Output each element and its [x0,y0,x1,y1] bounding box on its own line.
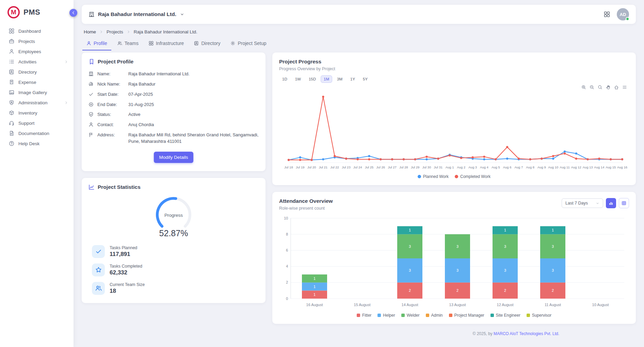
selection-zoom-icon[interactable] [598,85,602,90]
card-title: Project Profile [98,59,133,65]
legend-supervisor[interactable]: Supervisor [527,313,551,318]
svg-text:3: 3 [456,268,458,272]
field-label: Nick Name: [97,81,125,88]
legend-planned-work[interactable]: Planned Work [418,174,449,179]
legend-project-manager[interactable]: Project Manager [449,313,484,318]
card-title-row: Project Profile [88,59,259,65]
range-1m-button[interactable]: 1M [321,75,332,83]
card-title: Attendance Overview [279,198,333,204]
legend-helper[interactable]: Helper [377,313,395,318]
reset-zoom-icon[interactable] [614,85,619,90]
legend-label: Completed Work [460,174,490,179]
zoom-in-icon[interactable] [581,85,586,90]
svg-text:1: 1 [313,285,316,289]
svg-text:Aug 10: Aug 10 [548,165,558,169]
svg-text:Jul 18: Jul 18 [284,165,293,169]
chevron-down-icon [596,201,599,205]
zoom-out-icon[interactable] [590,85,594,90]
address-book-icon [9,69,14,75]
footer: © 2025, by MARCO AIoT Technologies Pvt. … [272,331,636,336]
sidebar-item-label: Help Desk [18,141,39,146]
svg-text:Jul 29: Jul 29 [411,165,419,169]
sidebar-item-image-gallery[interactable]: Image Gallery [0,87,74,97]
breadcrumb-item-projects[interactable]: Projects [107,29,123,34]
card-subtitle: Progress Overview by Project [279,66,629,71]
sidebar-item-expense[interactable]: Expense [0,77,74,87]
svg-text:Jul 19: Jul 19 [296,165,304,169]
svg-text:4: 4 [286,264,288,268]
svg-text:3: 3 [456,244,458,248]
range-5y-button[interactable]: 5Y [360,75,371,83]
svg-text:Progress: Progress [164,213,183,218]
tab-directory[interactable]: Directory [190,37,224,50]
bookmark-icon [88,59,95,65]
sidebar-item-label: Dashboard [18,29,41,34]
sidebar-item-employees[interactable]: Employees [0,46,74,57]
sidebar-item-directory[interactable]: Directory [0,67,74,77]
company-selector[interactable]: Raja Bahadur International Ltd. [88,11,184,17]
svg-text:Jul 30: Jul 30 [422,165,431,169]
chevron-right-icon [127,30,130,34]
tab-profile[interactable]: Profile [82,37,111,50]
sidebar-item-administration[interactable]: Administration [0,97,74,108]
chart-menu-icon[interactable] [622,85,627,90]
card-title: Project Progress [279,59,629,65]
sidebar-item-help-desk[interactable]: Help Desk [0,138,74,149]
user-avatar[interactable]: AD [617,8,629,20]
svg-text:11 August: 11 August [545,303,561,307]
sidebar-item-projects[interactable]: Projects [0,36,74,46]
sidebar-collapse-button[interactable] [69,9,77,17]
legend-fitter[interactable]: Fitter [357,313,371,318]
sidebar-item-dashboard[interactable]: Dashboard [0,26,74,36]
range-1y-button[interactable]: 1Y [347,75,358,83]
pan-icon[interactable] [606,85,611,90]
stat-label: Tasks Completed [110,264,142,269]
svg-text:Aug 15: Aug 15 [606,165,616,169]
range-15d-button[interactable]: 15D [306,75,319,83]
apps-grid-icon[interactable] [604,11,610,17]
left-column: Project Profile Name:Raja Bahadur Intern… [82,52,265,303]
svg-text:13 August: 13 August [449,303,466,307]
legend-swatch [455,175,458,178]
table-view-toggle[interactable] [619,198,629,208]
legend-swatch [401,314,405,317]
app-logo[interactable]: M PMS [0,0,74,25]
sidebar-item-support[interactable]: Support [0,118,74,128]
bar-view-toggle[interactable] [606,198,616,208]
chevron-right-icon [64,60,68,64]
tab-infrastructure[interactable]: Infrastructure [145,37,188,50]
breadcrumb-item-raja-bahadur-international-ltd[interactable]: Raja Bahadur International Ltd. [134,29,197,34]
legend-site-engineer[interactable]: Site Engineer [490,313,520,318]
range-1w-button[interactable]: 1W [292,75,304,83]
legend-completed-work[interactable]: Completed Work [455,174,490,179]
table-icon [622,201,626,206]
tab-label: Infrastructure [156,41,184,46]
svg-text:8: 8 [286,232,288,236]
fingerprint-icon [88,81,94,87]
sidebar-item-inventory[interactable]: Inventory [0,108,74,118]
sidebar-item-documentation[interactable]: Documentation [0,128,74,138]
tab-project-setup[interactable]: Project Setup [226,37,270,50]
stat-value: 62,332 [110,269,142,276]
breadcrumb-item-home[interactable]: Home [84,29,96,34]
sidebar-item-activities[interactable]: Activities [0,57,74,67]
range-1d-button[interactable]: 1D [279,75,290,83]
svg-text:12 August: 12 August [497,303,514,307]
svg-text:Aug 4: Aug 4 [480,165,488,169]
user-icon [88,122,94,127]
svg-text:Aug 11: Aug 11 [560,165,569,169]
footer-link[interactable]: MARCO AIoT Technologies Pvt. Ltd. [494,331,559,336]
date-range-select[interactable]: Last 7 Days [562,198,603,208]
svg-text:Aug 6: Aug 6 [503,165,512,169]
modify-details-button[interactable]: Modify Details [154,152,194,163]
legend-welder[interactable]: Welder [401,313,420,318]
legend-admin[interactable]: Admin [426,313,443,318]
statistics-list: Tasks Planned117,891Tasks Completed62,33… [88,245,259,297]
range-3m-button[interactable]: 3M [334,75,345,83]
tab-teams[interactable]: Teams [113,37,143,50]
users-icon [95,285,102,291]
sidebar-item-label: Employees [18,49,41,54]
field-value: Anuj Chordia [128,122,259,128]
svg-text:10: 10 [284,216,288,220]
right-column: Project Progress Progress Overview by Pr… [272,52,636,336]
